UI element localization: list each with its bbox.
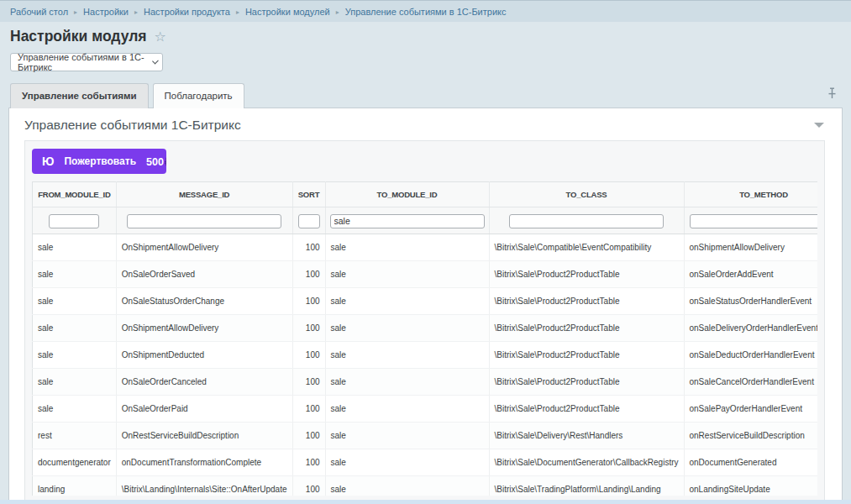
cell-to-method: onSalePayOrderHandlerEvent [684, 395, 817, 422]
cell-message-id: OnSaleOrderSaved [116, 260, 292, 287]
cell-from-module-id: sale [33, 395, 117, 422]
breadcrumb-link[interactable]: Настройки продукта [144, 7, 230, 17]
cell-sort: 100 [292, 287, 325, 314]
cell-sort: 100 [292, 475, 325, 496]
grid-container: Ю Пожертвовать 500₽ FROM_MODULE_ID MESSA… [24, 140, 825, 503]
breadcrumb-separator-icon: ▸ [236, 8, 239, 16]
breadcrumb-link[interactable]: Управление событиями в 1С-Битрикс [345, 7, 507, 17]
cell-to-class: \Bitrix\Sale\Product2ProductTable [489, 341, 684, 368]
column-header-to-module-id[interactable]: TO_MODULE_ID [325, 182, 489, 207]
cell-to-class: \Bitrix\Sale\TradingPlatform\Landing\Lan… [489, 475, 684, 496]
table-row: sale OnSaleOrderSaved 100 sale \Bitrix\S… [33, 260, 818, 287]
cell-to-class: \Bitrix\Sale\DocumentGenerator\CallbackR… [489, 449, 684, 475]
cell-to-class: \Bitrix\Sale\Product2ProductTable [489, 368, 684, 395]
table-row: sale OnSaleStatusOrderChange 100 sale \B… [33, 287, 818, 314]
panel-title: Управление событиями 1С-Битрикс [24, 118, 241, 133]
column-header-message-id[interactable]: MESSAGE_ID [116, 182, 292, 207]
cell-to-method: onSaleDeliveryOrderHandlerEvent [684, 314, 817, 341]
cell-to-method: onSaleOrderAddEvent [684, 260, 817, 287]
filter-to-class-input[interactable] [509, 214, 664, 228]
cell-message-id: OnShipmentDeducted [116, 341, 292, 368]
cell-to-method: onSaleDeductOrderHandlerEvent [684, 341, 817, 368]
breadcrumb-link[interactable]: Рабочий стол [10, 7, 68, 17]
page-title: Настройки модуля [10, 28, 147, 45]
table-row: rest OnRestServiceBuildDescription 100 s… [33, 422, 818, 449]
favorite-star-icon[interactable]: ☆ [155, 30, 166, 44]
tab-bar: Управление событиями Поблагодарить [0, 82, 851, 108]
horizontal-scrollbar[interactable] [0, 500, 851, 504]
cell-from-module-id: documentgenerator [33, 449, 117, 475]
cell-to-method: onDocumentGenerated [684, 449, 817, 475]
cell-sort: 100 [292, 449, 325, 475]
chevron-down-icon [152, 58, 159, 65]
cell-to-module-id: sale [325, 314, 489, 341]
cell-from-module-id: sale [33, 341, 117, 368]
tab-donate[interactable]: Поблагодарить [153, 83, 244, 108]
table-row: sale OnShipmentDeducted 100 sale \Bitrix… [33, 341, 818, 368]
cell-to-module-id: sale [325, 368, 489, 395]
donate-button[interactable]: Ю Пожертвовать 500₽ [32, 149, 166, 174]
column-header-to-method[interactable]: TO_METHOD [684, 182, 817, 207]
cell-to-class: \Bitrix\Sale\Product2ProductTable [489, 314, 684, 341]
cell-message-id: \Bitrix\Landing\Internals\Site::OnAfterU… [116, 475, 292, 496]
column-header-to-class[interactable]: TO_CLASS [489, 182, 684, 207]
cell-to-module-id: sale [325, 234, 489, 260]
cell-message-id: OnSaleOrderPaid [116, 395, 292, 422]
cell-to-method: onSaleCancelOrderHandlerEvent [684, 368, 817, 395]
cell-to-module-id: sale [325, 449, 489, 475]
cell-sort: 100 [292, 260, 325, 287]
filter-message-input[interactable] [127, 214, 281, 228]
settings-panel: Управление событиями 1С-Битрикс Ю Пожерт… [8, 108, 843, 504]
cell-to-module-id: sale [325, 422, 489, 449]
cell-to-method: onShipmentAllowDelivery [684, 234, 817, 260]
breadcrumb-link[interactable]: Настройки [83, 7, 129, 17]
cell-to-module-id: sale [325, 341, 489, 368]
filter-row [33, 207, 818, 234]
table-row: sale OnShipmentAllowDelivery 100 sale \B… [33, 314, 818, 341]
filter-from-module-input[interactable] [49, 214, 99, 228]
cell-sort: 100 [292, 234, 325, 260]
page-header: Настройки модуля ☆ [0, 22, 851, 45]
donate-currency: ₽ [165, 156, 166, 168]
cell-from-module-id: sale [33, 260, 117, 287]
cell-to-module-id: sale [325, 395, 489, 422]
breadcrumb-link[interactable]: Настройки модулей [245, 7, 330, 17]
events-table: FROM_MODULE_ID MESSAGE_ID SORT TO_MODULE… [32, 181, 817, 496]
cell-message-id: OnSaleStatusOrderChange [116, 287, 292, 314]
donate-amount: 500 [146, 156, 164, 168]
cell-from-module-id: sale [33, 234, 117, 260]
cell-to-module-id: sale [325, 287, 489, 314]
cell-from-module-id: sale [33, 314, 117, 341]
cell-message-id: OnSaleOrderCanceled [116, 368, 292, 395]
pin-icon[interactable] [827, 87, 838, 99]
table-row: sale OnShipmentAllowDelivery 100 sale \B… [33, 234, 818, 260]
cell-to-module-id: sale [325, 475, 489, 496]
tab-event-management[interactable]: Управление событиями [10, 83, 149, 108]
table-header-row: FROM_MODULE_ID MESSAGE_ID SORT TO_MODULE… [33, 182, 818, 207]
filter-to-module-input[interactable] [330, 214, 485, 228]
filter-to-method-input[interactable] [690, 214, 817, 228]
cell-from-module-id: sale [33, 368, 117, 395]
breadcrumb-separator-icon: ▸ [336, 8, 339, 16]
events-grid-wrap: FROM_MODULE_ID MESSAGE_ID SORT TO_MODULE… [32, 181, 817, 496]
cell-from-module-id: sale [33, 287, 117, 314]
cell-sort: 100 [292, 314, 325, 341]
collapse-panel-icon[interactable] [814, 123, 824, 128]
filter-sort-input[interactable] [298, 214, 320, 228]
cell-to-module-id: sale [325, 260, 489, 287]
cell-message-id: OnShipmentAllowDelivery [116, 234, 292, 260]
column-header-from-module-id[interactable]: FROM_MODULE_ID [33, 182, 117, 207]
cell-sort: 100 [292, 422, 325, 449]
table-row: documentgenerator onDocumentTransformati… [33, 449, 818, 475]
donate-button-label: Пожертвовать [64, 155, 136, 167]
module-select[interactable]: Управление событиями в 1С-Битрикс [10, 53, 163, 71]
breadcrumb-separator-icon: ▸ [74, 8, 77, 16]
cell-sort: 100 [292, 341, 325, 368]
cell-from-module-id: rest [33, 422, 117, 449]
cell-to-class: \Bitrix\Sale\Product2ProductTable [489, 260, 684, 287]
table-row: sale OnSaleOrderPaid 100 sale \Bitrix\Sa… [33, 395, 818, 422]
column-header-sort[interactable]: SORT [292, 182, 325, 207]
cell-to-class: \Bitrix\Sale\Delivery\Rest\Handlers [489, 422, 684, 449]
table-row: sale OnSaleOrderCanceled 100 sale \Bitri… [33, 368, 818, 395]
cell-message-id: OnShipmentAllowDelivery [116, 314, 292, 341]
